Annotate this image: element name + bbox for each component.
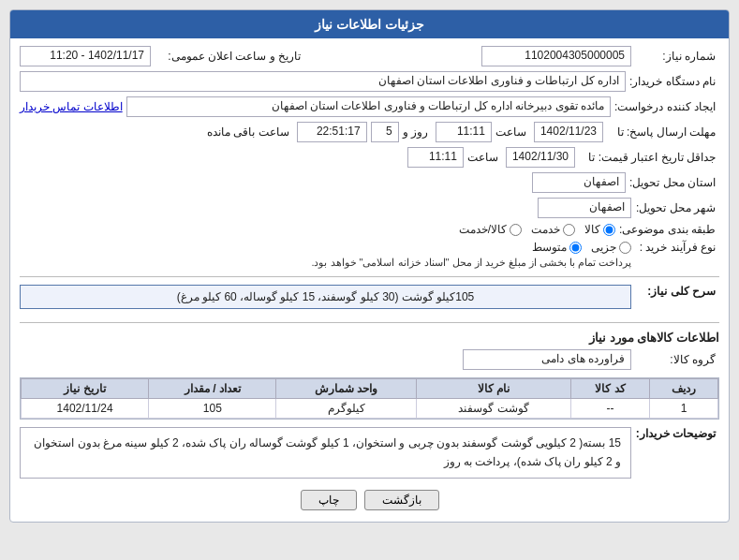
table-row: 1--گوشت گوسفندکیلوگرم1051402/11/24 bbox=[22, 399, 718, 419]
jadaval-saat: 11:11 bbox=[407, 147, 464, 168]
divider2 bbox=[20, 322, 719, 323]
mohlat-saat-baqi: 22:51:17 bbox=[297, 122, 367, 142]
sarh-koli-value: 105کیلو گوشت (30 کیلو گوسفند، 15 کیلو گو… bbox=[20, 285, 631, 309]
shomare-niaz-label: شماره نیاز: bbox=[635, 50, 719, 63]
shahr-value: اصفهان bbox=[538, 198, 631, 218]
ijad-konande-value: مائده تقوی دبیرخانه اداره کل ارتباطات و … bbox=[126, 96, 611, 117]
tabaqe-radio-group: کالا خدمت کالا/خدمت bbox=[459, 223, 615, 236]
saat-label2: ساعت bbox=[467, 151, 502, 164]
radio-motevaset-label: متوسط bbox=[532, 241, 567, 254]
shomare-niaz-value: 1102004305000005 bbox=[481, 46, 631, 66]
nam-dastgah-value: اداره کل ارتباطات و فناوری اطلاعات استان… bbox=[20, 71, 626, 92]
radio-khedmat-label: خدمت bbox=[531, 223, 560, 236]
tarikh-label: تاریخ و ساعت اعلان عمومی: bbox=[155, 50, 304, 63]
farayand-description: پرداخت تمام با بخشی از مبلغ خرید از محل … bbox=[311, 257, 631, 269]
mohlat-rooz: 5 bbox=[371, 122, 399, 142]
tozihat-value: 15 بسته( 2 کیلویی گوشت گوسفند بدون چربی … bbox=[20, 427, 631, 479]
ettelaat-tamas-link[interactable]: اطلاعات تماس خریدار bbox=[20, 100, 123, 113]
radio-kala-input[interactable] bbox=[603, 224, 615, 236]
bazgasht-button[interactable]: بازگشت bbox=[364, 490, 439, 510]
saat-label1: ساعت bbox=[495, 125, 530, 139]
ostan-label: استان محل تحویل: bbox=[629, 176, 719, 189]
mohlat-label: مهلت ارسال پاسخ: تا bbox=[607, 125, 719, 139]
tarikh-value: 1402/11/17 - 11:20 bbox=[20, 46, 151, 66]
table-cell: 105 bbox=[149, 399, 276, 419]
radio-khedmat-input[interactable] bbox=[563, 224, 575, 236]
col-tedad: تعداد / مقدار bbox=[149, 379, 276, 399]
table-cell: گوشت گوسفند bbox=[417, 399, 571, 419]
col-kod-kala: کد کالا bbox=[570, 379, 650, 399]
radio-motevaset-input[interactable] bbox=[569, 242, 582, 254]
saat-baqi-label: ساعت باقی مانده bbox=[207, 125, 293, 139]
table-cell: کیلوگرم bbox=[276, 399, 417, 419]
tozihat-label: توضیحات خریدار: bbox=[635, 427, 719, 440]
col-radif: ردیف bbox=[650, 379, 718, 399]
shahr-label: شهر محل تحویل: bbox=[635, 201, 719, 214]
chap-button[interactable]: چاپ bbox=[301, 490, 357, 510]
table-cell: 1 bbox=[650, 399, 718, 419]
mohlat-saat: 11:11 bbox=[436, 122, 492, 142]
ettelaat-kala-title: اطلاعات کالاهای مورد نیاز bbox=[20, 331, 719, 345]
radio-jozee-input[interactable] bbox=[619, 242, 631, 254]
table-cell: 1402/11/24 bbox=[22, 399, 149, 419]
ostan-value: اصفهان bbox=[532, 172, 626, 193]
divider1 bbox=[20, 276, 719, 277]
radio-kala-khedmat[interactable]: کالا/خدمت bbox=[459, 223, 522, 236]
groupe-kala-label: گروه کالا: bbox=[635, 353, 719, 366]
radio-motevaset[interactable]: متوسط bbox=[532, 241, 582, 254]
radio-kala-label: کالا bbox=[584, 223, 600, 236]
tabaqebandi-label: طبقه بندی موضوعی: bbox=[619, 223, 719, 236]
radio-jozee[interactable]: جزیی bbox=[591, 241, 631, 254]
mohlat-date: 1402/11/23 bbox=[534, 122, 603, 142]
page-title: جزئیات اطلاعات نیاز bbox=[10, 10, 729, 38]
ijad-konande-label: ایجاد کننده درخواست: bbox=[614, 100, 719, 113]
col-vahed: واحد شمارش bbox=[276, 379, 417, 399]
groupe-kala-value: فراورده های دامی bbox=[463, 349, 631, 370]
radio-khedmat[interactable]: خدمت bbox=[531, 223, 575, 236]
sarh-koli-label: سرح کلی نیاز: bbox=[635, 285, 719, 298]
nam-dastgah-label: نام دستگاه خریدار: bbox=[629, 75, 719, 88]
rooz-label: روز و bbox=[403, 125, 432, 139]
radio-kala-khedmat-label: کالا/خدمت bbox=[459, 223, 507, 236]
col-tarikh: تاریخ نیاز bbox=[22, 379, 149, 399]
jadaval-date: 1402/11/30 bbox=[506, 147, 575, 168]
radio-kala[interactable]: کالا bbox=[584, 223, 615, 236]
table-cell: -- bbox=[570, 399, 650, 419]
noe-farayand-label: نوع فرآیند خرید : bbox=[635, 241, 719, 254]
radio-jozee-label: جزیی bbox=[591, 241, 616, 254]
button-row: بازگشت چاپ bbox=[20, 490, 719, 510]
kala-table: ردیف کد کالا نام کالا واحد شمارش تعداد /… bbox=[20, 377, 719, 420]
col-nam-kala: نام کالا bbox=[417, 379, 571, 399]
jadaval-label: جداقل تاریخ اعتبار قیمت: تا bbox=[579, 151, 719, 164]
radio-kala-khedmat-input[interactable] bbox=[510, 224, 522, 236]
